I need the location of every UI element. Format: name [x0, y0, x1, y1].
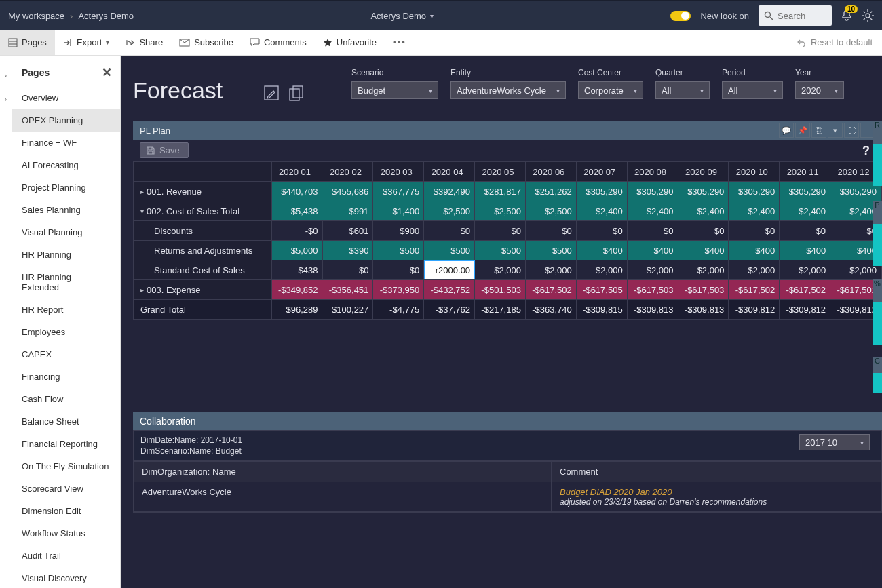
page-item[interactable]: Visual Planning — [12, 221, 120, 243]
page-item[interactable]: Overview — [12, 87, 120, 109]
table-cell[interactable]: $400 — [628, 241, 678, 260]
page-item[interactable]: HR Planning Extended — [12, 266, 120, 298]
table-cell[interactable]: -$617,503 — [628, 280, 678, 299]
table-cell[interactable]: $2,000 — [577, 260, 628, 279]
table-cell[interactable]: -$37,762 — [424, 300, 475, 319]
table-column-header[interactable]: 2020 05 — [475, 162, 526, 181]
rail-chevron-2[interactable]: › — [5, 96, 7, 103]
table-cell[interactable]: $400 — [780, 241, 830, 260]
table-cell[interactable]: $305,290 — [577, 182, 628, 201]
gear-icon[interactable] — [862, 9, 874, 22]
export-button[interactable]: Export ▾ — [55, 30, 118, 55]
expand-icon[interactable]: ▾ — [140, 208, 144, 215]
visual-copy-icon[interactable]: ⿻ — [811, 123, 826, 138]
table-cell[interactable]: -$617,502 — [526, 280, 577, 299]
page-item[interactable]: HR Report — [12, 298, 120, 321]
table-cell[interactable]: $2,000 — [526, 260, 577, 279]
table-cell[interactable]: -$363,740 — [526, 300, 577, 319]
table-cell[interactable]: $5,438 — [272, 201, 323, 220]
table-cell[interactable]: -$309,812 — [729, 300, 780, 319]
visual-comment-icon[interactable]: 💬 — [779, 123, 794, 138]
table-column-header[interactable]: 2020 07 — [577, 162, 628, 181]
vtab-c-body[interactable] — [873, 373, 882, 393]
subscribe-button[interactable]: Subscribe — [171, 30, 242, 55]
table-cell[interactable]: $2,500 — [526, 201, 577, 220]
table-cell[interactable]: -$356,451 — [322, 280, 373, 299]
row-label[interactable]: ▸001. Revenue — [134, 182, 272, 201]
table-cell[interactable]: $900 — [373, 221, 424, 240]
table-cell[interactable]: $2,400 — [678, 201, 729, 220]
page-item[interactable]: Audit Trail — [12, 545, 120, 567]
table-cell[interactable]: -$617,502 — [780, 280, 830, 299]
vtab-c-header[interactable]: C — [873, 357, 882, 373]
breadcrumb-root[interactable]: My workspace — [8, 11, 64, 21]
page-item[interactable]: Dimension Edit — [12, 500, 120, 522]
copy-icon[interactable] — [288, 85, 305, 102]
table-cell[interactable]: -$373,950 — [373, 280, 424, 299]
page-item[interactable]: Scorecard View — [12, 477, 120, 500]
table-cell[interactable]: $0 — [678, 221, 729, 240]
table-cell[interactable]: -$4,775 — [373, 300, 424, 319]
table-column-header[interactable]: 2020 02 — [322, 162, 373, 181]
table-column-header[interactable]: 2020 03 — [373, 162, 424, 181]
table-column-header[interactable]: 2020 11 — [780, 162, 830, 181]
visual-pin-icon[interactable]: 📌 — [795, 123, 810, 138]
table-cell[interactable]: -$349,852 — [272, 280, 323, 299]
table-cell[interactable]: $251,262 — [526, 182, 577, 201]
table-cell[interactable]: $0 — [729, 221, 780, 240]
table-cell[interactable]: $0 — [323, 260, 374, 279]
table-cell[interactable]: -$309,812 — [780, 300, 830, 319]
page-item[interactable]: Visual Discovery — [12, 567, 120, 588]
vtab-pc-body[interactable] — [873, 302, 882, 345]
table-cell[interactable]: $0 — [475, 221, 526, 240]
table-cell[interactable]: -$0 — [272, 221, 323, 240]
table-cell[interactable]: $2,000 — [729, 260, 780, 279]
quarter-select[interactable]: All▾ — [655, 81, 710, 99]
vtab-pc-header[interactable]: % — [873, 279, 882, 302]
year-select[interactable]: 2020▾ — [795, 81, 844, 99]
collab-row[interactable]: AdventureWorks Cycle Budget DIAD 2020 Ja… — [134, 482, 881, 512]
table-cell[interactable]: $400 — [729, 241, 780, 260]
close-icon[interactable]: ✕ — [102, 65, 112, 80]
table-column-header[interactable]: 2020 08 — [628, 162, 678, 181]
page-item[interactable]: Cash Flow — [12, 388, 120, 410]
table-cell[interactable]: $305,290 — [780, 182, 830, 201]
table-cell[interactable]: r2000.00 — [424, 260, 475, 279]
table-cell[interactable]: $2,400 — [780, 201, 830, 220]
table-cell[interactable]: $400 — [577, 241, 628, 260]
table-cell[interactable]: $438 — [272, 260, 323, 279]
page-item[interactable]: HR Planning — [12, 243, 120, 266]
new-look-toggle[interactable] — [670, 11, 691, 21]
notifications-button[interactable]: 10 — [841, 9, 852, 22]
table-cell[interactable]: $0 — [373, 260, 424, 279]
table-cell[interactable]: $455,686 — [322, 182, 373, 201]
table-cell[interactable]: $281,817 — [475, 182, 526, 201]
page-item[interactable]: Workflow Status — [12, 522, 120, 545]
table-cell[interactable]: $2,000 — [678, 260, 729, 279]
vtab-r-header[interactable]: R — [873, 121, 882, 144]
table-cell[interactable]: $0 — [526, 221, 577, 240]
edit-icon[interactable] — [263, 85, 281, 102]
collab-period-select[interactable]: 2017 10▾ — [799, 434, 870, 450]
report-title-dropdown[interactable]: Acterys Demo ▾ — [134, 11, 670, 21]
row-label[interactable]: Standard Cost of Sales — [134, 260, 272, 279]
table-cell[interactable]: $392,490 — [424, 182, 475, 201]
row-label[interactable]: ▾002. Cost of Sales Total — [134, 201, 272, 220]
comments-button[interactable]: Comments — [242, 30, 315, 55]
table-cell[interactable]: $2,000 — [780, 260, 830, 279]
visual-focus-icon[interactable]: ⛶ — [844, 123, 859, 138]
table-column-header[interactable]: 2020 06 — [526, 162, 577, 181]
table-cell[interactable]: $500 — [475, 241, 526, 260]
page-item[interactable]: Employees — [12, 321, 120, 343]
breadcrumb-current[interactable]: Acterys Demo — [78, 11, 134, 21]
table-cell[interactable]: -$432,752 — [424, 280, 475, 299]
expand-icon[interactable]: ▸ — [140, 286, 144, 294]
search-field[interactable] — [778, 11, 818, 21]
table-cell[interactable]: $2,400 — [729, 201, 780, 220]
page-item[interactable]: Financial Reporting — [12, 433, 120, 455]
unfavorite-button[interactable]: Unfavorite — [315, 30, 385, 55]
table-cell[interactable]: -$309,813 — [628, 300, 678, 319]
table-cell[interactable]: $305,290 — [628, 182, 678, 201]
table-cell[interactable]: $440,703 — [272, 182, 323, 201]
vtab-r-body[interactable] — [873, 144, 882, 186]
